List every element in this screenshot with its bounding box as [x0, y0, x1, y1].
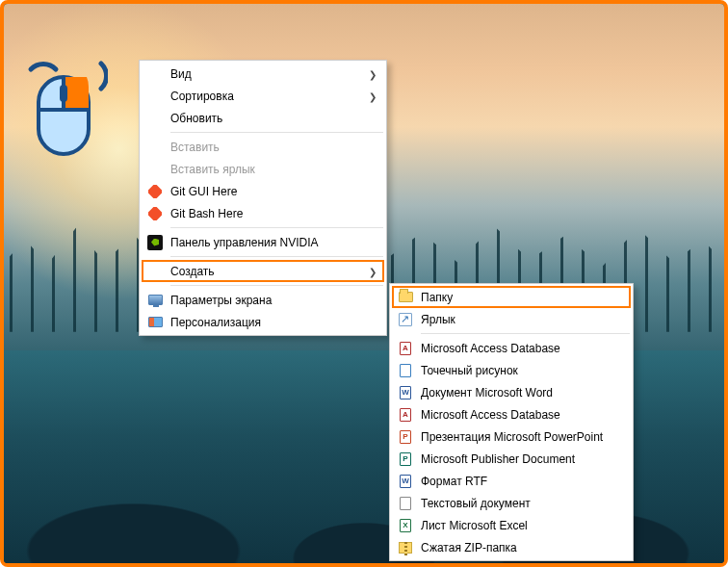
menu-item-display-settings[interactable]: Параметры экрана: [142, 289, 384, 311]
shortcut-icon: [398, 312, 413, 327]
display-icon: [147, 293, 163, 308]
menu-item-label: Обновить: [170, 112, 357, 125]
bitmap-file-icon: [398, 363, 413, 378]
submenu-item-rtf[interactable]: W Формат RTF: [392, 470, 631, 492]
text-file-icon: [398, 496, 413, 511]
excel-file-icon: X: [398, 518, 413, 533]
submenu-item-folder[interactable]: Папку: [392, 286, 631, 308]
submenu-item-access-2[interactable]: A Microsoft Access Database: [392, 403, 631, 425]
menu-item-label: Сортировка: [170, 90, 357, 103]
menu-item-label: Вставить ярлык: [170, 163, 357, 176]
menu-item-view[interactable]: Вид ❯: [142, 63, 384, 85]
desktop-context-menu: Вид ❯ Сортировка ❯ Обновить Вставить Вст…: [139, 60, 387, 336]
submenu-item-shortcut[interactable]: Ярлык: [392, 308, 631, 330]
menu-item-label: Презентация Microsoft PowerPoint: [421, 430, 604, 444]
git-icon: [147, 206, 163, 221]
menu-separator: [170, 256, 383, 257]
submenu-item-text[interactable]: Текстовый документ: [392, 492, 631, 514]
svg-rect-4: [148, 185, 162, 198]
menu-item-label: Вставить: [170, 141, 357, 154]
powerpoint-file-icon: P: [398, 429, 413, 445]
chevron-right-icon: ❯: [369, 266, 377, 276]
menu-item-label: Персонализация: [170, 316, 357, 329]
create-submenu: Папку Ярлык A Microsoft Access Database …: [389, 283, 634, 561]
submenu-item-bitmap[interactable]: Точечный рисунок: [392, 359, 631, 381]
svg-rect-3: [60, 85, 67, 102]
menu-item-label: Microsoft Publisher Document: [421, 452, 604, 466]
nvidia-icon: [147, 235, 163, 250]
menu-item-paste-shortcut: Вставить ярлык: [142, 158, 384, 180]
submenu-item-access[interactable]: A Microsoft Access Database: [392, 337, 631, 359]
menu-item-nvidia[interactable]: Панель управления NVIDIA: [142, 231, 384, 253]
access-file-icon: A: [398, 341, 413, 356]
menu-separator: [170, 285, 383, 286]
menu-item-label: Сжатая ZIP-папка: [421, 541, 604, 554]
menu-item-label: Microsoft Access Database: [421, 408, 604, 422]
menu-item-label: Вид: [170, 67, 357, 81]
menu-item-paste: Вставить: [142, 136, 384, 158]
publisher-file-icon: P: [398, 451, 413, 467]
word-file-icon: W: [398, 385, 413, 400]
folder-icon: [398, 290, 413, 305]
submenu-item-excel[interactable]: X Лист Microsoft Excel: [392, 514, 631, 536]
menu-separator: [170, 227, 383, 228]
menu-item-label: Microsoft Access Database: [421, 342, 604, 355]
svg-rect-5: [148, 207, 162, 220]
menu-item-label: Git GUI Here: [170, 185, 357, 198]
menu-item-git-bash[interactable]: Git Bash Here: [142, 202, 384, 224]
menu-separator: [421, 333, 630, 334]
submenu-item-word[interactable]: W Документ Microsoft Word: [392, 381, 631, 403]
menu-item-label: Документ Microsoft Word: [421, 386, 604, 399]
mouse-right-click-icon: [21, 56, 108, 162]
submenu-item-publisher[interactable]: P Microsoft Publisher Document: [392, 448, 631, 470]
menu-item-label: Текстовый документ: [421, 497, 604, 510]
menu-item-label: Лист Microsoft Excel: [421, 519, 604, 532]
chevron-right-icon: ❯: [369, 68, 377, 79]
menu-separator: [170, 132, 383, 133]
menu-item-label: Ярлык: [421, 313, 604, 326]
menu-item-label: Формат RTF: [421, 475, 604, 488]
screenshot-frame: Вид ❯ Сортировка ❯ Обновить Вставить Вст…: [0, 0, 728, 567]
menu-item-label: Git Bash Here: [170, 207, 357, 220]
menu-item-create[interactable]: Создать ❯: [142, 260, 384, 282]
personalization-icon: [147, 315, 163, 330]
chevron-right-icon: ❯: [369, 90, 377, 101]
submenu-item-powerpoint[interactable]: P Презентация Microsoft PowerPoint: [392, 425, 631, 448]
submenu-item-zip[interactable]: Сжатая ZIP-папка: [392, 536, 631, 558]
menu-item-label: Папку: [421, 291, 604, 304]
menu-item-sort[interactable]: Сортировка ❯: [142, 85, 384, 107]
menu-item-refresh[interactable]: Обновить: [142, 107, 384, 129]
zip-file-icon: [398, 540, 413, 555]
menu-item-git-gui[interactable]: Git GUI Here: [142, 180, 384, 202]
access-file-icon: A: [398, 407, 413, 423]
menu-item-personalization[interactable]: Персонализация: [142, 311, 384, 333]
git-icon: [147, 184, 163, 199]
menu-item-label: Создать: [170, 265, 357, 278]
menu-item-label: Параметры экрана: [170, 294, 357, 307]
rtf-file-icon: W: [398, 474, 413, 489]
menu-item-label: Панель управления NVIDIA: [170, 236, 357, 249]
menu-item-label: Точечный рисунок: [421, 364, 604, 377]
